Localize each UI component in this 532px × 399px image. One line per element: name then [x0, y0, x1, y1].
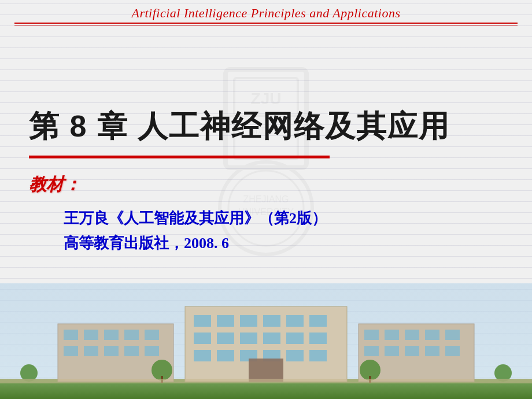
chapter-title: 第 8 章 人工神经网络及其应用	[29, 106, 503, 147]
svg-rect-40	[124, 346, 139, 356]
svg-rect-59	[0, 379, 532, 383]
svg-rect-35	[124, 330, 139, 340]
svg-rect-50	[405, 346, 419, 356]
svg-rect-30	[249, 359, 283, 382]
svg-rect-36	[145, 330, 159, 340]
svg-rect-52	[445, 346, 460, 356]
svg-rect-44	[385, 330, 399, 340]
svg-rect-25	[217, 350, 234, 361]
svg-rect-13	[217, 315, 234, 327]
svg-rect-21	[263, 332, 280, 344]
svg-rect-32	[64, 330, 78, 340]
svg-rect-39	[104, 346, 119, 356]
svg-rect-41	[145, 346, 159, 356]
svg-rect-45	[405, 330, 419, 340]
svg-rect-33	[84, 330, 98, 340]
svg-rect-20	[240, 332, 257, 344]
svg-rect-17	[309, 315, 327, 327]
svg-rect-19	[217, 332, 234, 344]
svg-rect-24	[194, 350, 211, 361]
svg-rect-14	[240, 315, 257, 327]
slide-header: Artificial Intelligence Principles and A…	[0, 0, 532, 25]
header-line-top	[14, 23, 518, 24]
svg-rect-34	[104, 330, 119, 340]
svg-rect-18	[194, 332, 211, 344]
textbook-label: 教材：	[29, 173, 503, 197]
svg-rect-12	[194, 315, 211, 327]
svg-rect-48	[364, 346, 379, 356]
svg-rect-38	[84, 346, 98, 356]
svg-rect-49	[385, 346, 399, 356]
svg-rect-43	[364, 330, 379, 340]
svg-rect-23	[309, 332, 327, 344]
slide-title: Artificial Intelligence Principles and A…	[131, 6, 400, 21]
svg-rect-47	[445, 330, 460, 340]
book-reference-1: 王万良《人工智能及其应用》（第2版）	[29, 208, 503, 228]
svg-rect-29	[309, 350, 327, 361]
svg-rect-15	[263, 315, 280, 327]
svg-rect-28	[286, 350, 304, 361]
chapter-divider	[29, 156, 330, 158]
slide: ZJU 浙江大学 ZHEJIANG UNIVERSITY	[0, 0, 532, 399]
svg-rect-37	[64, 346, 78, 356]
svg-rect-22	[286, 332, 304, 344]
book-reference-2: 高等教育出版社，2008. 6	[29, 233, 503, 253]
svg-rect-51	[425, 346, 439, 356]
svg-rect-46	[425, 330, 439, 340]
background-building	[0, 283, 532, 399]
slide-content: 第 8 章 人工神经网络及其应用 教材： 王万良《人工智能及其应用》（第2版） …	[0, 25, 532, 265]
svg-rect-16	[286, 315, 304, 327]
